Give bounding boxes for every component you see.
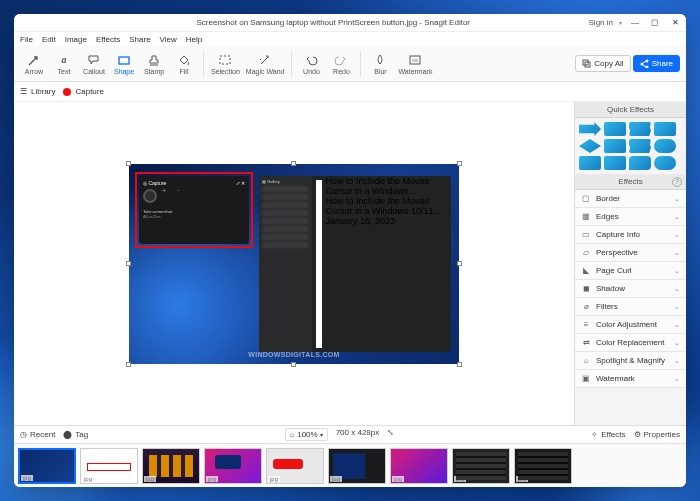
resize-handle-w[interactable] [126, 261, 131, 266]
tool-blur[interactable]: Blur [366, 53, 394, 75]
resize-handle-e[interactable] [457, 261, 462, 266]
blur-icon [373, 53, 387, 67]
resize-handle-sw[interactable] [126, 362, 131, 367]
capture-button[interactable]: Capture [63, 87, 103, 96]
minimize-button[interactable]: — [628, 17, 642, 29]
effects-toggle[interactable]: ✧Effects [591, 430, 625, 439]
menu-share[interactable]: Share [129, 35, 150, 44]
effect-page-curl[interactable]: ◣Page Curl⌄ [575, 262, 686, 280]
chevron-down-icon: ▾ [320, 431, 323, 438]
quick-effect-square[interactable] [604, 156, 626, 170]
callout-icon [87, 53, 101, 67]
wand-icon: ✧ [591, 430, 598, 439]
signin-link[interactable]: Sign in [589, 18, 613, 27]
menubar: File Edit Image Effects Share View Help [14, 32, 686, 46]
tray-thumb-3[interactable]: jpg [142, 448, 200, 484]
effect-spotlight-magnify[interactable]: ⌕Spotlight & Magnify⌄ [575, 352, 686, 370]
effect-edges[interactable]: ▦Edges⌄ [575, 208, 686, 226]
tool-redo[interactable]: Redo [327, 53, 355, 75]
effect-shadow[interactable]: ◼Shadow⌄ [575, 280, 686, 298]
quick-effect-solid[interactable] [654, 122, 676, 136]
quick-effect-flat[interactable] [579, 156, 601, 170]
canvas-selection[interactable]: ◎ Capture⤢ ✕ +· Take screenshot All-in-O… [129, 164, 459, 364]
status-bar: ◷Recent ⬤Tag ⌕100%▾ 700 x 428px ⤡ ✧Effec… [14, 425, 686, 443]
tray-thumb-7[interactable]: jpg [390, 448, 448, 484]
recent-button[interactable]: ◷Recent [20, 430, 55, 439]
quick-effect-round[interactable] [654, 139, 676, 153]
menu-file[interactable]: File [20, 35, 33, 44]
quick-effect-jagged[interactable] [629, 139, 651, 153]
effect-capture-info[interactable]: ▭Capture Info⌄ [575, 226, 686, 244]
effect-color-adjustment[interactable]: ≡Color Adjustment⌄ [575, 316, 686, 334]
resize-handle-icon[interactable]: ⤡ [387, 428, 394, 441]
magnify-icon: ⌕ [581, 356, 591, 366]
toolbar-separator [203, 51, 204, 77]
resize-handle-s[interactable] [291, 362, 296, 367]
quick-effect-ellipse[interactable] [654, 156, 676, 170]
toolbar-separator [291, 51, 292, 77]
resize-handle-ne[interactable] [457, 161, 462, 166]
tool-undo[interactable]: Undo [297, 53, 325, 75]
effect-filters[interactable]: ⌀Filters⌄ [575, 298, 686, 316]
right-panel: Quick Effects Effects? [574, 102, 686, 425]
tool-callout[interactable]: Callout [80, 53, 108, 75]
quick-effect-rect[interactable] [604, 122, 626, 136]
gear-icon: ⚙ [634, 430, 641, 439]
share-icon [640, 59, 649, 68]
magic-wand-icon [258, 53, 272, 67]
menu-help[interactable]: Help [186, 35, 202, 44]
tray-thumb-6[interactable]: jpg [328, 448, 386, 484]
toolbar: Arrow aText Callout Shape Stamp Fill Sel… [14, 46, 686, 82]
page-curl-icon: ◣ [581, 266, 591, 276]
help-icon[interactable]: ? [672, 177, 682, 187]
tag-button[interactable]: ⬤Tag [63, 430, 88, 439]
quick-effect-banner[interactable] [604, 139, 626, 153]
image-watermark: WINDOWSDIGITALS.COM [248, 351, 340, 358]
zoom-control[interactable]: ⌕100%▾ [285, 428, 327, 441]
tool-stamp[interactable]: Stamp [140, 53, 168, 75]
chevron-down-icon: ⌄ [674, 357, 680, 365]
menu-edit[interactable]: Edit [42, 35, 56, 44]
menu-effects[interactable]: Effects [96, 35, 120, 44]
watermark-eff-icon: ▣ [581, 374, 591, 384]
snagit-editor-window: Screenshot on Samsung laptop without Pri… [14, 14, 686, 487]
resize-handle-n[interactable] [291, 161, 296, 166]
tray-thumb-8[interactable]: jpg [452, 448, 510, 484]
chevron-down-icon: ⌄ [674, 303, 680, 311]
tool-selection[interactable]: Selection [209, 53, 242, 75]
quick-effect-diamond[interactable] [579, 139, 601, 153]
maximize-button[interactable]: ▢ [648, 17, 662, 29]
quick-effect-arrow[interactable] [579, 122, 601, 136]
tray-thumb-4[interactable]: jpg [204, 448, 262, 484]
resize-handle-se[interactable] [457, 362, 462, 367]
tray-thumb-1[interactable]: jpg [18, 448, 76, 484]
close-button[interactable]: ✕ [668, 17, 682, 29]
chevron-down-icon: ⌄ [674, 321, 680, 329]
canvas-area[interactable]: ◎ Capture⤢ ✕ +· Take screenshot All-in-O… [14, 102, 574, 425]
effect-border[interactable]: ▢Border⌄ [575, 190, 686, 208]
effect-color-replacement[interactable]: ⇄Color Replacement⌄ [575, 334, 686, 352]
menu-image[interactable]: Image [65, 35, 87, 44]
tool-fill[interactable]: Fill [170, 53, 198, 75]
copy-all-button[interactable]: Copy All [575, 55, 630, 72]
quick-effect-torn[interactable] [629, 122, 651, 136]
tray-thumb-9[interactable]: jpg [514, 448, 572, 484]
effect-watermark[interactable]: ▣Watermark⌄ [575, 370, 686, 388]
effect-perspective[interactable]: ▱Perspective⌄ [575, 244, 686, 262]
tool-magic-wand[interactable]: Magic Wand [244, 53, 287, 75]
embedded-capture-panel: ◎ Capture⤢ ✕ +· Take screenshot All-in-O… [139, 176, 249, 244]
replace-icon: ⇄ [581, 338, 591, 348]
tray-thumb-5[interactable]: jpg [266, 448, 324, 484]
tool-shape[interactable]: Shape [110, 53, 138, 75]
quick-effect-puzzle[interactable] [629, 156, 651, 170]
library-button[interactable]: ☰Library [20, 87, 55, 96]
quick-effects-title: Quick Effects [575, 102, 686, 118]
resize-handle-nw[interactable] [126, 161, 131, 166]
tray-thumb-2[interactable]: jpg [80, 448, 138, 484]
tool-watermark[interactable]: Watermark [396, 53, 434, 75]
tool-arrow[interactable]: Arrow [20, 53, 48, 75]
menu-view[interactable]: View [160, 35, 177, 44]
properties-toggle[interactable]: ⚙Properties [634, 430, 680, 439]
share-button[interactable]: Share [633, 55, 680, 72]
tool-text[interactable]: aText [50, 53, 78, 75]
